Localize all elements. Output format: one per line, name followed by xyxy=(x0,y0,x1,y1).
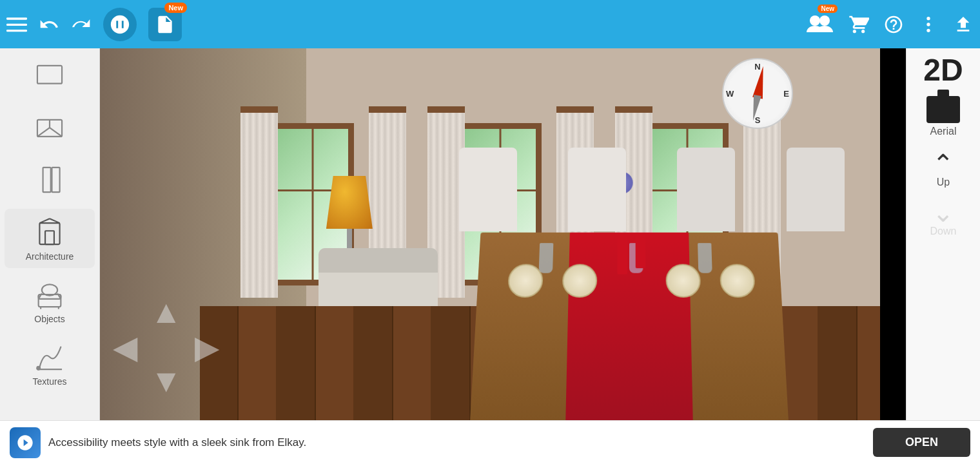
ad-banner: Accessibility meets style with a sleek s… xyxy=(0,420,980,464)
curtain-left-1 xyxy=(240,106,278,298)
svg-rect-14 xyxy=(45,231,54,244)
compass-west: W xyxy=(726,89,734,99)
svg-point-4 xyxy=(819,15,830,26)
camera-icon xyxy=(926,96,960,123)
ad-open-button[interactable]: OPEN xyxy=(873,428,970,457)
sidebar-item-room[interactable] xyxy=(5,104,95,153)
chevron-up-icon: ⌃ xyxy=(932,151,954,177)
sidebar-architecture-label: Architecture xyxy=(26,251,74,262)
svg-rect-2 xyxy=(6,30,27,32)
sidebar: Architecture Objects Textures xyxy=(0,48,100,464)
up-button[interactable]: ⌃ Up xyxy=(906,148,980,191)
dining-chair-1 xyxy=(459,148,517,231)
sidebar-item-architecture[interactable]: Architecture xyxy=(5,209,95,268)
view-2d-button[interactable]: 2D xyxy=(923,55,963,86)
undo-button[interactable] xyxy=(39,14,59,35)
svg-point-6 xyxy=(926,23,930,26)
svg-rect-13 xyxy=(39,223,59,244)
sidebar-textures-label: Textures xyxy=(33,376,67,387)
main-3d-view[interactable]: ▲ ▼ ◀ ▶ N S E W xyxy=(100,48,880,464)
cart-button[interactable] xyxy=(848,14,869,35)
arrow-up[interactable]: ▲ xyxy=(150,293,182,331)
toolbar: New New xyxy=(0,0,980,48)
dining-chair-3 xyxy=(677,148,735,231)
svg-point-3 xyxy=(810,15,820,26)
svg-point-5 xyxy=(926,17,930,20)
magnet-button[interactable] xyxy=(103,8,137,41)
down-button[interactable]: ⌄ Down xyxy=(906,197,980,240)
menu-button[interactable] xyxy=(6,14,27,35)
upload-button[interactable] xyxy=(953,14,974,35)
sidebar-item-select[interactable] xyxy=(5,55,95,101)
help-button[interactable] xyxy=(883,14,904,35)
svg-point-25 xyxy=(36,366,41,371)
dining-chair-2 xyxy=(568,148,626,231)
arrow-down[interactable]: ▼ xyxy=(150,362,182,400)
user-new-badge: New xyxy=(818,5,838,13)
sidebar-item-objects[interactable]: Objects xyxy=(5,271,95,331)
arrow-left[interactable]: ◀ xyxy=(113,329,137,366)
svg-rect-12 xyxy=(52,168,59,192)
chevron-down-icon: ⌄ xyxy=(932,200,954,226)
svg-rect-11 xyxy=(43,168,51,192)
svg-rect-17 xyxy=(39,295,61,307)
down-label: Down xyxy=(930,226,957,237)
navigation-arrows[interactable]: ▲ ▼ ◀ ▶ xyxy=(113,293,219,400)
aerial-button[interactable]: Aerial xyxy=(921,91,965,142)
svg-rect-0 xyxy=(6,17,27,19)
sidebar-item-wall[interactable] xyxy=(5,157,95,206)
more-button[interactable] xyxy=(918,14,939,35)
arrow-right[interactable]: ▶ xyxy=(195,329,219,366)
new-badge: New xyxy=(164,3,187,13)
up-label: Up xyxy=(937,177,950,188)
compass: N S E W xyxy=(722,58,796,132)
right-panel: 2D Aerial ⌃ Up ⌄ Down xyxy=(906,48,980,464)
svg-rect-1 xyxy=(6,23,27,25)
sidebar-item-textures[interactable]: Textures xyxy=(5,334,95,393)
aerial-label: Aerial xyxy=(930,126,957,137)
ad-text: Accessibility meets style with a sleek s… xyxy=(48,436,873,449)
compass-east: E xyxy=(783,89,789,99)
new-page-button[interactable]: New xyxy=(148,8,182,41)
svg-rect-8 xyxy=(37,66,62,84)
sofa xyxy=(318,248,438,306)
user-button[interactable]: New xyxy=(803,8,834,41)
sidebar-objects-label: Objects xyxy=(34,314,64,324)
redo-button[interactable] xyxy=(71,14,92,35)
svg-point-7 xyxy=(926,28,930,32)
ad-icon xyxy=(10,427,41,458)
dining-chair-4 xyxy=(787,148,845,231)
